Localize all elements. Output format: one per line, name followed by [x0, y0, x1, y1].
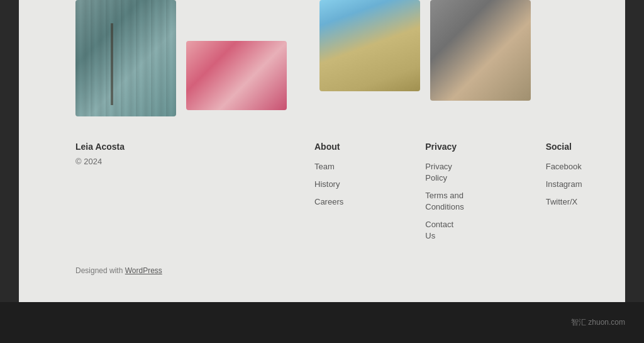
- footer-social-list: Facebook Instagram Twitter/X: [546, 160, 582, 207]
- footer-social-heading: Social: [546, 142, 582, 152]
- list-item: Team: [314, 160, 343, 172]
- footer-brand: Leia Acosta © 2024: [75, 142, 314, 247]
- footer-col-privacy: Privacy Privacy Policy Terms and Conditi…: [425, 142, 464, 247]
- watermark-text: 智汇 zhuon.com: [571, 317, 625, 328]
- privacy-policy-link[interactable]: Privacy Policy: [425, 162, 452, 183]
- gallery-image-flowers: [186, 41, 287, 110]
- designed-with: Designed with WordPress: [75, 266, 569, 275]
- about-history-link[interactable]: History: [314, 179, 340, 189]
- main-content: Leia Acosta © 2024 About Team History Ca…: [19, 0, 625, 302]
- about-careers-link[interactable]: Careers: [314, 197, 343, 206]
- footer-about-list: Team History Careers: [314, 160, 343, 207]
- list-item: Terms and Conditions: [425, 189, 464, 212]
- brand-name: Leia Acosta: [75, 142, 314, 152]
- contact-us-link[interactable]: Contact Us: [425, 220, 453, 240]
- designed-with-text: Designed with: [75, 266, 125, 275]
- list-item: Careers: [314, 196, 343, 207]
- gallery-section: [19, 0, 625, 116]
- footer-privacy-list: Privacy Policy Terms and Conditions Cont…: [425, 160, 464, 241]
- list-item: Facebook: [546, 160, 582, 172]
- terms-link[interactable]: Terms and Conditions: [425, 191, 464, 211]
- list-item: Contact Us: [425, 218, 464, 241]
- footer-section: Leia Acosta © 2024 About Team History Ca…: [19, 116, 625, 266]
- footer-nav: About Team History Careers Privacy Priva…: [314, 142, 582, 247]
- list-item: Privacy Policy: [425, 160, 464, 183]
- instagram-link[interactable]: Instagram: [546, 179, 582, 189]
- facebook-link[interactable]: Facebook: [546, 162, 582, 171]
- bottom-bar: 智汇 zhuon.com: [0, 302, 644, 343]
- about-team-link[interactable]: Team: [314, 162, 335, 171]
- footer-about-heading: About: [314, 142, 343, 152]
- twitter-link[interactable]: Twitter/X: [546, 197, 578, 206]
- gallery-image-room: [430, 0, 531, 101]
- gallery-image-curtains: [75, 0, 176, 116]
- footer-privacy-heading: Privacy: [425, 142, 464, 152]
- footer-col-social: Social Facebook Instagram Twitter/X: [546, 142, 582, 247]
- gallery-image-architecture: [319, 0, 420, 91]
- copyright: © 2024: [75, 157, 314, 166]
- footer-col-about: About Team History Careers: [314, 142, 343, 247]
- list-item: Instagram: [546, 178, 582, 189]
- page-bottom: Designed with WordPress: [19, 266, 625, 288]
- list-item: Twitter/X: [546, 196, 582, 207]
- wordpress-link[interactable]: WordPress: [125, 266, 162, 275]
- list-item: History: [314, 178, 343, 189]
